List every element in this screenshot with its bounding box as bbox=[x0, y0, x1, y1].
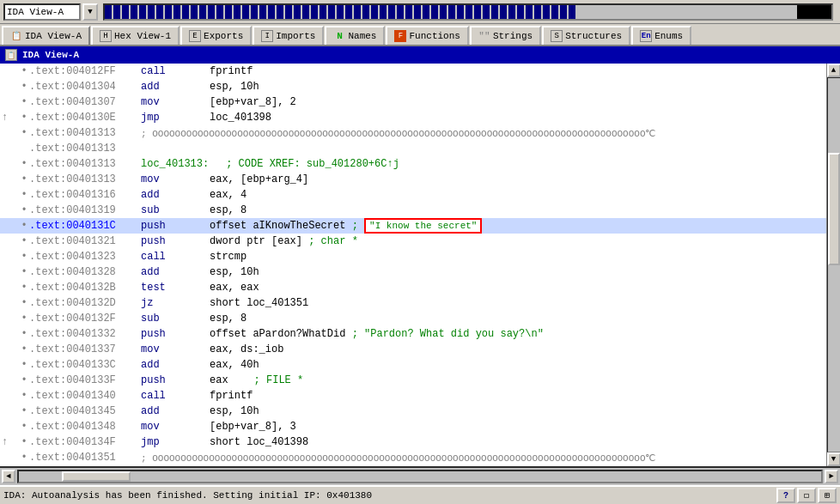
address: .text:00401345 bbox=[29, 405, 141, 417]
mnemonic: push bbox=[141, 235, 210, 247]
bullet: • bbox=[19, 297, 29, 309]
tab-bar: 📋 IDA View-A H Hex View-1 E Exports I Im… bbox=[0, 24, 840, 46]
grid-icon: ⊞ bbox=[825, 490, 830, 501]
operand: [ebp+var_8], 2 bbox=[210, 96, 296, 108]
tab-ida-view-a[interactable]: 📋 IDA View-A bbox=[2, 26, 90, 45]
table-row: • .text:00401304 add esp, 10h bbox=[0, 79, 826, 94]
help-icon: ? bbox=[783, 491, 788, 501]
h-scroll-track[interactable] bbox=[17, 470, 823, 483]
mnemonic: mov bbox=[141, 96, 210, 108]
asm-lines[interactable]: • .text:004012FF call fprintf • .text:00… bbox=[0, 64, 826, 466]
table-row: • .text:00401319 sub esp, 8 bbox=[0, 203, 826, 218]
h-scroll-thumb[interactable] bbox=[62, 471, 131, 482]
address: .text:0040134F bbox=[29, 436, 141, 448]
table-row: • .text:00401340 call fprintf bbox=[0, 388, 826, 404]
grid-btn[interactable]: ⊞ bbox=[818, 488, 837, 503]
operand: strcmp bbox=[210, 251, 247, 263]
tab-imports[interactable]: I Imports bbox=[253, 26, 324, 45]
mnemonic: jmp bbox=[141, 436, 210, 448]
bullet: • bbox=[19, 266, 29, 278]
operand: [ebp+var_8], 3 bbox=[210, 421, 296, 433]
window-title: IDA View-A bbox=[22, 50, 79, 60]
operand: fprintf bbox=[210, 65, 253, 77]
address: .text:00401351 bbox=[29, 452, 141, 464]
table-row: • .text:00401313 loc_401313: ; CODE XREF… bbox=[0, 156, 826, 172]
horizontal-scrollbar-area: ◄ ► bbox=[0, 466, 840, 485]
address: .text:0040133F bbox=[29, 374, 141, 386]
mnemonic: jmp bbox=[141, 112, 210, 124]
view-dropdown[interactable]: IDA View-A bbox=[3, 3, 81, 21]
tab-strings[interactable]: "" Strings bbox=[470, 26, 541, 45]
scroll-left-btn[interactable]: ◄ bbox=[2, 470, 15, 483]
xref-comment: ; CODE XREF: sub_401280+6C↑j bbox=[226, 158, 399, 170]
tab-names[interactable]: N Names bbox=[325, 26, 385, 45]
operand: offset aPardon?WhatDid bbox=[210, 328, 352, 340]
red-box-annotation: "I know the secret" bbox=[364, 218, 482, 234]
address: .text:00401313 bbox=[29, 143, 141, 155]
tab-hex-view-1[interactable]: H Hex View-1 bbox=[91, 26, 180, 45]
mnemonic: sub bbox=[141, 313, 210, 325]
mnemonic: call bbox=[141, 251, 210, 263]
dropdown-value: IDA View-A bbox=[7, 7, 77, 17]
table-row: ↑ • .text:0040134F jmp short loc_401398 bbox=[0, 434, 826, 450]
address: .text:00401313 bbox=[29, 158, 141, 170]
window-icon: 📋 bbox=[5, 49, 17, 61]
tab-structures[interactable]: S Structures bbox=[542, 26, 630, 45]
bullet: • bbox=[19, 359, 29, 371]
comment: ; "Pardon? What did you say?\n" bbox=[352, 328, 544, 340]
tab-enums[interactable]: En Enums bbox=[631, 26, 691, 45]
address: .text:0040130E bbox=[29, 112, 141, 124]
vertical-scrollbar: ▲ ▼ bbox=[826, 64, 840, 466]
address: .text:0040132B bbox=[29, 282, 141, 294]
imports-icon: I bbox=[261, 30, 273, 42]
address: .text:0040132D bbox=[29, 297, 141, 309]
progress-end-marker bbox=[797, 5, 831, 19]
scroll-right-btn[interactable]: ► bbox=[825, 470, 838, 483]
main-layout: 📋 IDA View-A • .text:004012FF call fprin… bbox=[0, 46, 840, 504]
operand: eax, 4 bbox=[210, 189, 247, 201]
table-row: ↑ • .text:0040130E jmp loc_401398 bbox=[0, 110, 826, 125]
table-row: • .text:0040131C push offset aIKnowTheSe… bbox=[0, 218, 826, 234]
mnemonic: push bbox=[141, 328, 210, 340]
status-bar: IDA: Autoanalysis has been finished. Set… bbox=[0, 485, 840, 504]
progress-bar bbox=[103, 3, 833, 21]
mnemonic: call bbox=[141, 65, 210, 77]
table-row: • .text:00401316 add eax, 4 bbox=[0, 187, 826, 203]
help-btn[interactable]: ? bbox=[776, 488, 795, 503]
address: .text:00401304 bbox=[29, 81, 141, 93]
tab-functions-label: Functions bbox=[409, 31, 460, 41]
tab-functions[interactable]: F Functions bbox=[386, 26, 468, 45]
scroll-up-btn[interactable]: ▲ bbox=[827, 64, 841, 77]
operand: esp, 10h bbox=[210, 81, 259, 93]
mnemonic: add bbox=[141, 189, 210, 201]
bullet: • bbox=[19, 343, 29, 355]
operand: dword ptr [eax] bbox=[210, 235, 308, 247]
bullet: • bbox=[19, 112, 29, 124]
address: .text:00401313 bbox=[29, 127, 141, 139]
address: .text:00401328 bbox=[29, 266, 141, 278]
bullet: • bbox=[19, 452, 29, 464]
scroll-down-btn[interactable]: ▼ bbox=[827, 452, 841, 466]
progress-fill bbox=[105, 5, 577, 19]
address: .text:00401337 bbox=[29, 343, 141, 355]
bullet: • bbox=[19, 81, 29, 93]
bullet: • bbox=[19, 421, 29, 433]
tab-enums-label: Enums bbox=[654, 31, 683, 41]
bullet: • bbox=[19, 96, 29, 108]
scroll-track[interactable] bbox=[827, 77, 841, 452]
dropdown-arrow-btn[interactable]: ▼ bbox=[82, 3, 98, 21]
address: .text:00401313 bbox=[29, 173, 141, 185]
operand: eax, 40h bbox=[210, 359, 259, 371]
bullet: • bbox=[19, 235, 29, 247]
table-row: • .text:00401307 mov [ebp+var_8], 2 bbox=[0, 94, 826, 110]
mnemonic: jz bbox=[141, 297, 210, 309]
minimize-btn[interactable]: ◻ bbox=[797, 488, 816, 503]
bullet: • bbox=[19, 65, 29, 77]
table-row: • .text:00401328 add esp, 10h bbox=[0, 264, 826, 280]
scroll-thumb[interactable] bbox=[828, 153, 840, 265]
operand: eax, eax bbox=[210, 282, 259, 294]
tab-exports[interactable]: E Exports bbox=[180, 26, 252, 45]
structures-icon: S bbox=[551, 30, 563, 42]
operand: esp, 8 bbox=[210, 313, 247, 325]
tab-strings-label: Strings bbox=[493, 31, 533, 41]
